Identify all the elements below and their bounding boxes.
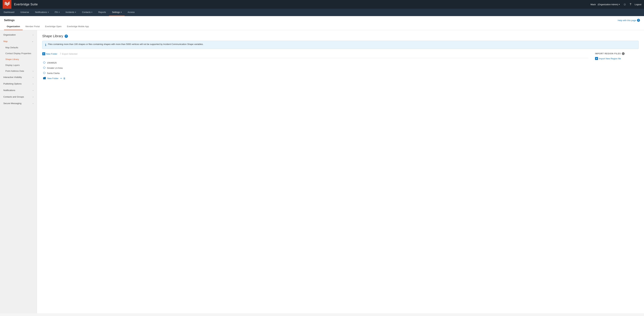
sidebar-chevron-notifications-sidebar: ›: [33, 89, 33, 91]
shape-item-1[interactable]: 15648525: [42, 60, 588, 65]
logo-icon: [4, 1, 10, 7]
sidebar-item-map[interactable]: Map ⌄: [0, 38, 37, 45]
shape-library-title: Shape Library ?: [42, 34, 639, 38]
folder-delete-icon[interactable]: 🗑: [63, 77, 66, 80]
svg-marker-1: [43, 67, 45, 69]
user-chevron: ▾: [619, 3, 620, 5]
shape-name-3: Santa Clarita: [47, 72, 60, 74]
nav-chevron-notifications: ▾: [48, 11, 49, 13]
profile-icon[interactable]: ☺: [623, 3, 626, 6]
settings-page-title: Settings: [4, 19, 14, 22]
tab-everbridge-mobile[interactable]: Everbridge Mobile App: [64, 23, 92, 30]
logout-button[interactable]: Logout: [634, 3, 641, 6]
info-banner: ℹ Files containing more than 100 shapes …: [42, 41, 639, 49]
shape-name-1: 15648525: [47, 61, 57, 64]
nav-item-notifications[interactable]: Notifications ▾: [32, 9, 52, 16]
sidebar-sub-map: Map Defaults Contact Display Properties …: [0, 45, 37, 74]
library-left: + New Folder ⤴ Export Selected: [42, 52, 588, 81]
sidebar-chevron-interactive: ›: [33, 76, 33, 78]
sidebar-item-publishing-options[interactable]: Publishing Options ›: [0, 80, 37, 87]
nav-item-reports[interactable]: Reports: [95, 9, 109, 16]
shape-icon-3: [43, 72, 46, 75]
folder-item-1[interactable]: New Folder ✏ 🗑: [42, 76, 588, 81]
sidebar-sub-point-address[interactable]: Point Address Data ›: [0, 68, 37, 74]
sidebar-chevron-secure-messaging: ›: [33, 102, 33, 104]
sidebar-item-secure-messaging[interactable]: Secure Messaging ›: [0, 100, 37, 107]
svg-marker-0: [43, 61, 45, 63]
sidebar-sub-shape-library[interactable]: Shape Library: [0, 56, 37, 62]
nav-item-dashboard[interactable]: Dashboard: [1, 9, 18, 16]
import-title: IMPORT REGION FILES ℹ: [595, 52, 639, 55]
app-title: Everbridge Suite: [14, 3, 38, 6]
page-content: Settings Help with this page ? Organizat…: [0, 16, 644, 313]
help-link[interactable]: Help with this page ?: [618, 19, 640, 22]
nav-chevron-ita: ▾: [59, 11, 60, 13]
shape-library-help-icon[interactable]: ?: [64, 34, 68, 38]
svg-marker-2: [43, 72, 45, 74]
import-info-icon[interactable]: ℹ: [622, 52, 624, 55]
sidebar-chevron-organization: ›: [33, 34, 33, 36]
tab-nav: Organization Member Portal Everbridge Op…: [0, 23, 644, 30]
export-selected-button[interactable]: ⤴ Export Selected: [60, 52, 77, 55]
sidebar-chevron-contacts-groups: ›: [33, 96, 33, 98]
sidebar-item-organization[interactable]: Organization ›: [0, 31, 37, 38]
main-layout: Organization › Map ⌄ Map Defaults Contac…: [0, 30, 644, 313]
folder-name-1: New Folder: [47, 77, 58, 80]
sidebar: Organization › Map ⌄ Map Defaults Contac…: [0, 30, 37, 313]
nav-item-contacts[interactable]: Contacts ▾: [79, 9, 95, 16]
new-folder-button[interactable]: + New Folder: [42, 52, 57, 55]
sidebar-item-contacts-groups[interactable]: Contacts and Groups ›: [0, 93, 37, 100]
plus-icon: +: [42, 52, 45, 55]
sidebar-sub-map-defaults[interactable]: Map Defaults: [0, 45, 37, 50]
sidebar-sub-contact-display[interactable]: Contact Display Properties: [0, 50, 37, 56]
user-info[interactable]: Mack (Organization Admin) ▾: [590, 3, 620, 6]
tab-everbridge-open[interactable]: Everbridge Open: [42, 23, 64, 30]
logo[interactable]: [3, 0, 12, 9]
nav-item-universe[interactable]: Universe: [18, 9, 32, 16]
shape-item-3[interactable]: Santa Clarita: [42, 71, 588, 76]
library-layout: + New Folder ⤴ Export Selected: [42, 52, 639, 81]
folder-icon-1: [43, 77, 46, 80]
shape-name-2: Greater LA Area: [47, 67, 62, 69]
shape-item-2[interactable]: Greater LA Area: [42, 65, 588, 71]
help-link-text: Help with this page: [618, 19, 636, 22]
shape-icon-1: [43, 61, 46, 64]
nav-item-settings[interactable]: Settings ▾: [109, 9, 124, 16]
toolbar: + New Folder ⤴ Export Selected: [42, 52, 588, 55]
info-banner-icon: ℹ: [45, 43, 46, 47]
nav-item-ita[interactable]: ITA ▾: [52, 9, 62, 16]
nav-item-incidents[interactable]: Incidents ▾: [62, 9, 79, 16]
nav-chevron-settings: ▾: [121, 11, 122, 13]
import-region-button[interactable]: + Import New Region file: [595, 57, 621, 60]
user-name: Mack: [590, 3, 596, 6]
settings-header: Settings Help with this page ?: [0, 16, 644, 22]
library-right: IMPORT REGION FILES ℹ + Import New Regio…: [595, 52, 639, 81]
help-circle-icon: ?: [637, 19, 640, 22]
folder-edit-icon[interactable]: ✏: [60, 77, 62, 80]
nav-chevron-incidents: ▾: [75, 11, 76, 13]
header-left: Everbridge Suite: [3, 0, 38, 9]
sidebar-item-interactive-visibility[interactable]: Interactive Visibility ›: [0, 74, 37, 80]
folder-actions-1: ✏ 🗑: [60, 77, 66, 80]
nav-chevron-contacts: ▾: [92, 11, 92, 13]
list-divider: [42, 58, 588, 58]
import-plus-icon: +: [595, 57, 598, 60]
content-area: Shape Library ? ℹ Files containing more …: [37, 30, 644, 313]
header-right: Mack (Organization Admin) ▾ ☺ ? Logout: [590, 3, 641, 6]
sidebar-chevron-map: ⌄: [32, 40, 33, 42]
export-icon: ⤴: [60, 52, 61, 55]
info-banner-text: Files containing more than 100 shapes or…: [48, 43, 204, 45]
sidebar-sub-display-layers[interactable]: Display Layers: [0, 62, 37, 68]
shape-icon-2: [43, 66, 46, 70]
top-header: Everbridge Suite Mack (Organization Admi…: [0, 0, 644, 9]
user-role: (Organization Admin): [598, 3, 618, 6]
sidebar-item-notifications[interactable]: Notifications ›: [0, 87, 37, 93]
tab-member-portal[interactable]: Member Portal: [23, 23, 42, 30]
help-icon[interactable]: ?: [630, 3, 631, 6]
sidebar-chevron-publishing: ›: [33, 83, 33, 85]
nav-bar: Dashboard Universe Notifications ▾ ITA ▾…: [0, 9, 644, 16]
nav-item-access[interactable]: Access: [124, 9, 138, 16]
shape-list: 15648525 Greater LA Area: [42, 60, 588, 81]
tab-organization[interactable]: Organization: [4, 23, 23, 30]
